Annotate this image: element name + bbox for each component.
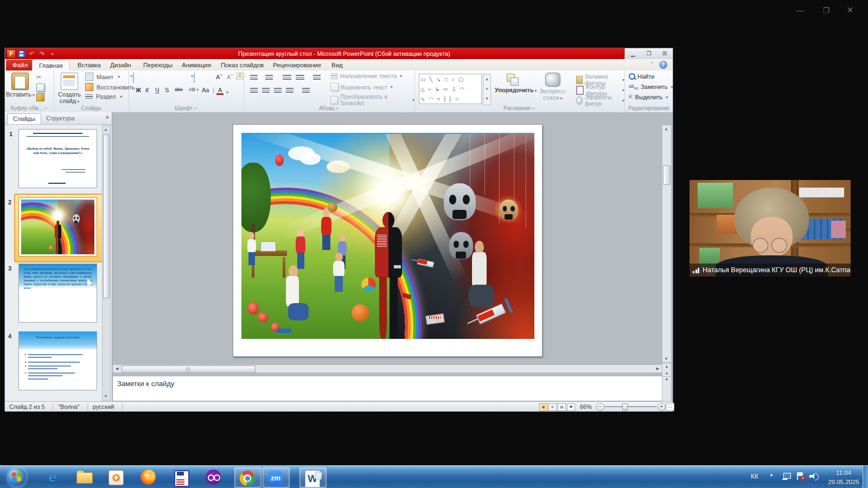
vertical-scrollbar[interactable]: ▲ ▼ [662,125,672,363]
normal-view-icon[interactable]: ▣ [539,403,547,411]
shapes-gallery-scroll[interactable]: ▲▾▼ [483,74,491,105]
zoom-taskbar-button[interactable]: zm [263,467,290,488]
group-label-paragraph[interactable]: Абзац ⌐ [244,105,414,111]
align-center-icon[interactable] [262,88,270,94]
clock[interactable]: 11:04 29.05.2025 [824,468,864,487]
scroll-down-icon[interactable]: ▼ [662,355,670,362]
vertical-scroll-thumb[interactable] [663,165,671,185]
zoom-out-button[interactable]: − [596,403,604,411]
reset-button[interactable]: Восстановить [85,83,135,91]
tab-animation[interactable]: Анимация [175,60,218,70]
select-button[interactable]: ⇱Выделить▾ [629,94,668,100]
minimize-icon[interactable]: ▁ [629,50,637,57]
tab-review[interactable]: Рецензирование [266,60,328,70]
internet-explorer-icon[interactable]: e [44,469,61,485]
line-spacing-icon[interactable] [313,75,321,81]
zoom-slider-track[interactable] [605,406,656,407]
horizontal-scrollbar[interactable]: ◀ ▶ [112,364,662,373]
horizontal-scroll-thumb[interactable] [122,365,256,373]
slides-panel-scrollbar[interactable]: ▲ ▼ [102,125,111,401]
language-indicator[interactable]: КК [751,473,758,480]
font-name-dropdown[interactable] [133,73,134,83]
format-painter-button[interactable] [36,93,44,101]
cut-button[interactable]: ✂ [36,74,41,81]
redo-icon[interactable]: ↷ [38,50,46,58]
tab-home[interactable]: Главная [32,60,70,72]
slide-sorter-view-icon[interactable]: ⊞ [548,403,557,411]
scroll-up-icon[interactable]: ▲ [662,125,670,132]
arrange-button[interactable]: Упорядочить▾ [495,73,531,93]
font-color-button[interactable]: А [216,87,224,95]
media-player-icon[interactable] [107,469,124,485]
messenger-app-icon[interactable] [205,469,221,485]
quick-styles-button[interactable]: Экспресс-стили▾ [532,73,574,101]
italic-button[interactable]: К [144,87,150,93]
panel-scroll-down-icon[interactable]: ▼ [103,393,109,400]
slideshow-view-icon[interactable]: ⛊ [567,403,575,411]
justify-icon[interactable] [286,88,293,94]
shrink-font-button[interactable]: А˅ [225,73,234,80]
panel-scroll-thumb[interactable] [103,134,110,298]
tab-design[interactable]: Дизайн [104,60,138,70]
webcam-video[interactable]: Наталья Верещагина КГУ ОШ (РЦ) им.К.Сатп… [690,180,851,277]
grow-font-button[interactable]: А˄ [214,73,224,80]
word-taskbar-button[interactable]: W [299,467,327,488]
notes-scrollbar[interactable]: ▲ [662,376,672,402]
bullets-icon[interactable] [250,75,258,81]
chrome-taskbar-button[interactable] [234,467,261,488]
tab-file[interactable]: Файл [6,60,34,70]
paste-button[interactable]: Вставить▾ [6,73,34,98]
save-icon[interactable] [18,50,25,57]
copy-button[interactable] [36,84,44,92]
font-color-chevron[interactable]: ▾ [226,90,228,95]
increase-indent-icon[interactable] [296,75,304,81]
app-restore-button[interactable]: ❐ [818,5,834,15]
file-explorer-icon[interactable] [76,469,92,485]
editor-app-icon[interactable] [173,469,189,485]
zoom-in-button[interactable]: + [658,403,666,411]
text-shadow-button[interactable]: S [163,87,170,93]
restore-icon[interactable]: ❐ [644,50,653,57]
panel-tab-slides[interactable]: Слайды [7,113,41,124]
change-case-button[interactable]: Aa [200,87,210,93]
tray-expand-icon[interactable]: ▲ [769,472,774,477]
tab-insert[interactable]: Вставка [71,60,107,70]
layout-button[interactable]: Макет▾ [85,73,120,81]
decrease-indent-icon[interactable] [283,75,291,81]
zoom-slider-thumb[interactable] [622,403,628,410]
replace-button[interactable]: abасЗаменить▾ [629,84,673,91]
slide-artwork[interactable] [241,133,534,339]
help-icon[interactable]: ? [659,61,667,69]
tab-slideshow[interactable]: Показ слайдов [214,60,270,70]
find-button[interactable]: Найти [629,73,654,80]
scroll-left-icon[interactable]: ◀ [113,365,120,372]
underline-button[interactable]: Ч [154,87,161,93]
previous-slide-button[interactable]: ▲▲ [662,363,671,376]
bold-button[interactable]: Ж [134,87,143,93]
slide-canvas[interactable] [233,124,542,357]
panel-close-icon[interactable]: ✕ [105,114,110,120]
slide-4-thumbnail[interactable]: Основные задачи постера! [18,331,97,390]
qat-customize-icon[interactable]: ▾ [48,50,56,58]
collapse-ribbon-icon[interactable]: ⌃ [650,61,654,67]
scroll-right-icon[interactable]: ▶ [654,365,661,372]
numbering-icon[interactable] [265,75,273,81]
shapes-gallery[interactable]: ▭ ╲ ↘ □ ○ ▢ △ ⌐ ↳ ⇨ ⇩ ◠ ∿ ◠ ≈ { } ☆ [419,74,482,104]
fit-to-window-icon[interactable]: ⛶ [666,403,674,411]
slide-3-thumbnail[interactable]: Цель создания интерьерного постера заклю… [18,264,97,323]
notes-pane[interactable]: Заметки к слайду [112,376,662,401]
app-minimize-button[interactable]: — [792,5,808,15]
align-right-icon[interactable] [274,88,282,94]
align-left-icon[interactable] [250,88,258,94]
char-spacing-button[interactable]: АВ▾ [187,87,200,92]
tab-view[interactable]: Вид [325,60,349,70]
columns-icon[interactable] [302,88,310,94]
start-button[interactable] [8,468,26,486]
reading-view-icon[interactable]: ▤ [558,403,566,411]
panel-scroll-up-icon[interactable]: ▲ [103,126,109,133]
text-direction-button[interactable]: Направление текста▾ [330,73,402,79]
align-text-button[interactable]: Выровнять текст▾ [330,83,393,91]
font-size-dropdown[interactable] [194,73,195,83]
undo-icon[interactable]: ↶ [28,50,36,58]
action-center-flag-icon[interactable]: ✕ [796,472,804,480]
